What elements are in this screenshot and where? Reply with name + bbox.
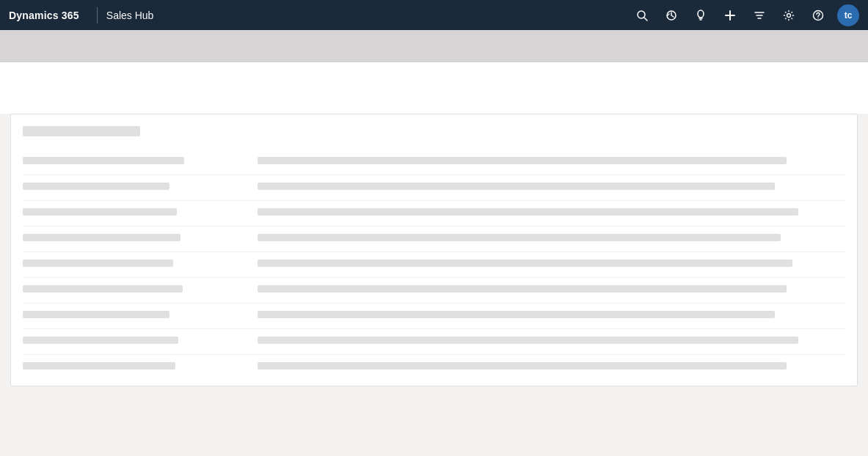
skeleton-col-right <box>258 201 845 226</box>
search-button[interactable] <box>629 2 655 29</box>
skeleton-row <box>23 277 845 303</box>
skeleton-row <box>23 354 845 380</box>
app-name: Sales Hub <box>106 10 154 21</box>
skeleton-row <box>23 150 845 174</box>
skeleton-label <box>23 362 175 369</box>
skeleton-col-left <box>23 227 243 251</box>
header-icons-group: tc <box>629 2 859 29</box>
intelligence-button[interactable] <box>688 2 714 29</box>
sub-header-bar <box>0 30 868 62</box>
help-button[interactable] <box>805 2 831 29</box>
skeleton-label <box>23 208 177 216</box>
skeleton-col-right <box>258 355 845 380</box>
skeleton-row <box>23 174 845 200</box>
svg-point-3 <box>698 10 704 18</box>
advanced-find-button[interactable] <box>746 2 773 29</box>
skeleton-col-left <box>23 278 243 303</box>
skeleton-col-left <box>23 355 243 380</box>
skeleton-label <box>23 157 184 164</box>
svg-point-13 <box>817 17 818 18</box>
skeleton-col-right <box>258 278 845 303</box>
svg-line-1 <box>644 18 647 21</box>
skeleton-value <box>258 157 787 164</box>
skeleton-row <box>23 226 845 251</box>
app-header: Dynamics 365 Sales Hub <box>0 0 868 30</box>
brand-title: Dynamics 365 <box>9 10 88 21</box>
loading-skeleton-card <box>10 114 858 386</box>
settings-button[interactable] <box>776 2 802 29</box>
skeleton-label <box>23 234 180 241</box>
skeleton-col-right <box>258 175 845 200</box>
skeleton-col-right <box>258 150 845 174</box>
skeleton-col-right <box>258 329 845 354</box>
skeleton-label <box>23 337 178 344</box>
header-divider <box>97 7 98 23</box>
skeleton-value <box>258 337 798 344</box>
skeleton-value <box>258 311 775 318</box>
skeleton-col-right <box>258 227 845 251</box>
skeleton-value <box>258 208 798 216</box>
skeleton-col-left <box>23 304 243 328</box>
skeleton-row <box>23 303 845 328</box>
skeleton-row <box>23 200 845 226</box>
skeleton-value <box>258 234 781 241</box>
skeleton-value <box>258 362 787 369</box>
skeleton-col-left <box>23 329 243 354</box>
skeleton-col-left <box>23 201 243 226</box>
skeleton-col-right <box>258 304 845 328</box>
recent-button[interactable] <box>658 2 685 29</box>
user-avatar[interactable]: tc <box>837 4 859 26</box>
skeleton-label <box>23 260 173 267</box>
white-space-area <box>0 62 868 114</box>
skeleton-col-left <box>23 175 243 200</box>
skeleton-label <box>23 311 169 318</box>
skeleton-value <box>258 285 787 293</box>
skeleton-row <box>23 251 845 277</box>
skeleton-col-right <box>258 252 845 277</box>
new-button[interactable] <box>717 2 743 29</box>
skeleton-col-left <box>23 150 243 174</box>
svg-point-11 <box>787 13 791 17</box>
skeleton-label <box>23 183 169 190</box>
skeleton-value <box>258 260 792 267</box>
skeleton-col-left <box>23 252 243 277</box>
skeleton-row <box>23 328 845 354</box>
skeleton-label <box>23 285 183 293</box>
skeleton-value <box>258 183 775 190</box>
skeleton-title-bar <box>23 126 140 136</box>
